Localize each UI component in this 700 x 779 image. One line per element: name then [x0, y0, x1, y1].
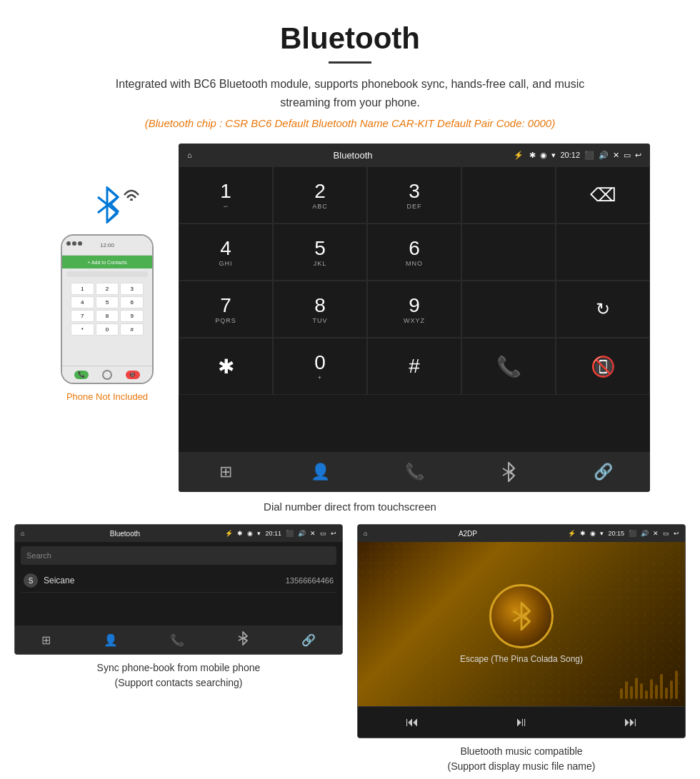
- key-sub: DEF: [407, 203, 422, 210]
- delete-icon: ⌫: [590, 184, 616, 206]
- svg-point-5: [130, 198, 133, 201]
- music-screen: ⌂ A2DP ⚡ ✱ ◉ ▾ 20:15 ⬛ 🔊 ✕ ▭ ↩: [357, 524, 686, 738]
- bottom-screens: ⌂ Bluetooth ⚡ ✱ ◉ ▾ 20:11 ⬛ 🔊 ✕ ▭ ↩ Sear…: [0, 524, 700, 777]
- mini-nav-dialpad[interactable]: ⊞: [41, 633, 51, 647]
- key-number: 7: [220, 294, 231, 317]
- phone-call-button[interactable]: 📞: [74, 371, 89, 379]
- music-home-icon[interactable]: ⌂: [364, 530, 367, 537]
- svg-line-17: [521, 603, 529, 611]
- usb-icon: ⚡: [514, 151, 524, 160]
- car-dial-screen: ⌂ Bluetooth ⚡ ✱ ◉ ▾ 20:12 ⬛ 🔊 ✕ ▭ ↩ 1 ∽: [179, 144, 650, 492]
- phone-key-7[interactable]: 7: [71, 310, 94, 322]
- status-icons: ✱ ◉ ▾ 20:12 ⬛ 🔊 ✕ ▭ ↩: [529, 151, 641, 160]
- dial-key-7[interactable]: 7 PQRS: [179, 281, 273, 338]
- contact-letter: S: [24, 573, 38, 588]
- music-background: Escape (The Pina Colada Song): [358, 542, 685, 706]
- time-display: 20:12: [560, 151, 580, 159]
- key-sub: MNO: [406, 260, 423, 267]
- play-pause-icon[interactable]: ⏯: [515, 715, 528, 730]
- nav-contacts-icon[interactable]: 👤: [306, 458, 334, 486]
- key-sub: GHI: [219, 260, 232, 267]
- dial-key-call[interactable]: 📞: [461, 338, 556, 395]
- music-controls: ⏮ ⏯ ⏭: [358, 706, 685, 738]
- phonebook-caption: Sync phone-book from mobile phone (Suppo…: [97, 655, 261, 693]
- dial-key-8[interactable]: 8 TUV: [273, 281, 367, 338]
- mini-back-icon[interactable]: ↩: [331, 530, 336, 537]
- phone-key-0[interactable]: 0: [96, 323, 119, 336]
- music-win-icon[interactable]: ▭: [663, 530, 669, 537]
- camera-icon: ⬛: [584, 151, 594, 160]
- next-track-icon[interactable]: ⏭: [624, 715, 637, 730]
- dial-key-3[interactable]: 3 DEF: [367, 166, 461, 223]
- mini-home-icon[interactable]: ⌂: [21, 530, 24, 537]
- phone-key-4[interactable]: 4: [71, 296, 94, 308]
- phonebook-screen: ⌂ Bluetooth ⚡ ✱ ◉ ▾ 20:11 ⬛ 🔊 ✕ ▭ ↩ Sear…: [14, 524, 343, 655]
- key-sub: TUV: [313, 317, 328, 324]
- mini-close-icon[interactable]: ✕: [310, 530, 316, 537]
- prev-track-icon[interactable]: ⏮: [406, 715, 419, 730]
- phonebook-content: Search S Seicane 13566664466: [15, 542, 342, 597]
- dial-key-star[interactable]: ✱: [179, 338, 273, 395]
- phone-key-6[interactable]: 6: [120, 296, 144, 308]
- phone-key-5[interactable]: 5: [96, 296, 119, 308]
- phone-key-hash[interactable]: #: [120, 323, 144, 336]
- svg-line-7: [509, 463, 514, 468]
- phone-time-label: 12:00: [100, 242, 114, 248]
- home-icon[interactable]: ⌂: [187, 151, 192, 159]
- key-number: 9: [409, 294, 420, 317]
- mini-usb-icon: ⚡: [225, 530, 233, 537]
- contact-row[interactable]: S Seicane 13566664466: [21, 569, 336, 593]
- dial-key-refresh[interactable]: ↻: [556, 281, 650, 338]
- dial-key-4[interactable]: 4 GHI: [179, 223, 273, 281]
- mini-nav-bluetooth[interactable]: [237, 631, 249, 648]
- volume-icon: 🔊: [599, 151, 609, 160]
- nav-link-icon[interactable]: 🔗: [589, 458, 617, 486]
- mini-win-icon[interactable]: ▭: [320, 530, 326, 537]
- key-sub: JKL: [314, 260, 327, 267]
- mini-nav-link[interactable]: 🔗: [301, 633, 316, 647]
- phone-key-8[interactable]: 8: [96, 310, 119, 322]
- mini-nav-phone[interactable]: 📞: [170, 633, 184, 647]
- wifi-signal-icon: [121, 181, 142, 203]
- dialpad-grid: 1 ∽ 2 ABC 3 DEF ⌫ 4 GHI 5 JKL: [179, 166, 650, 452]
- nav-dialpad-icon[interactable]: ⊞: [211, 458, 240, 486]
- back-icon[interactable]: ↩: [635, 151, 641, 160]
- key-sub: PQRS: [215, 317, 236, 324]
- close-icon[interactable]: ✕: [613, 151, 619, 160]
- music-card: ⌂ A2DP ⚡ ✱ ◉ ▾ 20:15 ⬛ 🔊 ✕ ▭ ↩: [357, 524, 686, 777]
- dial-key-9[interactable]: 9 WXYZ: [367, 281, 461, 338]
- phone-key-9[interactable]: 9: [120, 310, 144, 322]
- window-icon[interactable]: ▭: [624, 151, 631, 160]
- mini-cam-icon: ⬛: [286, 530, 294, 537]
- phone-not-included-label: Phone Not Included: [66, 391, 148, 402]
- page-specs: (Bluetooth chip : CSR BC6 Default Blueto…: [14, 117, 686, 129]
- signal-dot: [72, 241, 76, 246]
- phonebook-nav-bar: ⊞ 👤 📞 🔗: [15, 625, 342, 654]
- dial-key-6[interactable]: 6 MNO: [367, 223, 461, 281]
- phonebook-status-bar: ⌂ Bluetooth ⚡ ✱ ◉ ▾ 20:11 ⬛ 🔊 ✕ ▭ ↩: [15, 525, 342, 542]
- nav-phone-icon[interactable]: 📞: [400, 458, 429, 486]
- phone-key-1[interactable]: 1: [71, 283, 94, 295]
- dial-key-1[interactable]: 1 ∽: [179, 166, 273, 223]
- key-number: ✱: [218, 355, 234, 378]
- music-back-icon[interactable]: ↩: [674, 530, 679, 537]
- phone-key-3[interactable]: 3: [120, 283, 144, 295]
- dial-key-delete[interactable]: ⌫: [556, 166, 650, 223]
- dial-key-5[interactable]: 5 JKL: [273, 223, 367, 281]
- phone-home-button[interactable]: [102, 370, 112, 380]
- phone-key-2[interactable]: 2: [96, 283, 119, 295]
- dial-key-0[interactable]: 0 +: [273, 338, 367, 395]
- car-status-bar: ⌂ Bluetooth ⚡ ✱ ◉ ▾ 20:12 ⬛ 🔊 ✕ ▭ ↩: [179, 144, 650, 166]
- mini-nav-contacts[interactable]: 👤: [104, 633, 118, 647]
- phone-number-display: [66, 271, 148, 277]
- signal-dot: [66, 241, 71, 246]
- music-close-icon[interactable]: ✕: [653, 530, 659, 537]
- dial-key-2[interactable]: 2 ABC: [273, 166, 367, 223]
- dial-key-end[interactable]: 📵: [556, 338, 650, 395]
- dial-key-hash[interactable]: #: [367, 338, 461, 395]
- phone-end-button[interactable]: 📵: [126, 371, 140, 379]
- title-underline: [329, 61, 371, 64]
- phone-key-star[interactable]: *: [71, 323, 94, 336]
- key-number: 2: [314, 180, 326, 203]
- nav-bluetooth-icon[interactable]: [494, 458, 523, 486]
